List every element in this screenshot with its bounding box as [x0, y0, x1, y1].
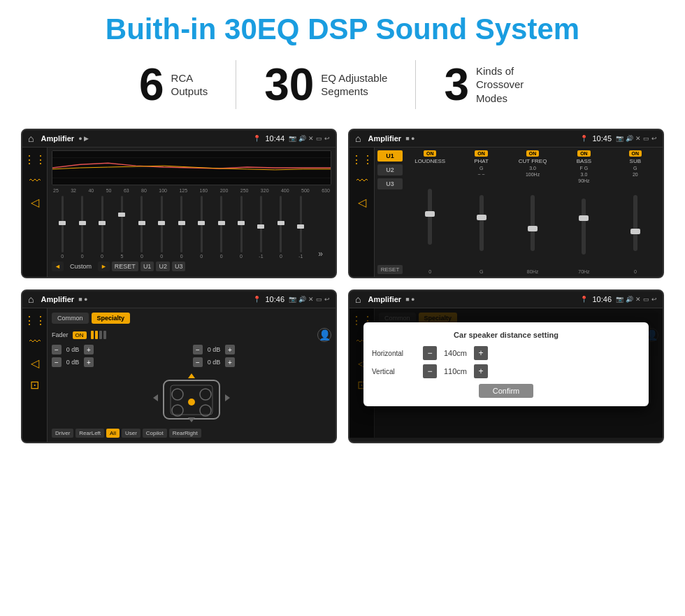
- eq-u2-btn[interactable]: U2: [156, 262, 170, 271]
- btn-all[interactable]: All: [106, 429, 120, 438]
- slider-8[interactable]: 0: [192, 196, 210, 259]
- horizontal-plus-btn[interactable]: +: [474, 346, 488, 360]
- screen-fader: ⌂ Amplifier ■ ● 📍 10:46 📷 🔊 ✕ ▭ ↩ ⋮⋮ 〰 ◁…: [21, 289, 337, 443]
- db2-minus[interactable]: −: [193, 345, 203, 354]
- screen4-dots: ■ ●: [405, 296, 414, 303]
- slider-2[interactable]: 0: [73, 196, 91, 259]
- slider-3[interactable]: 0: [93, 196, 111, 259]
- db1-plus[interactable]: +: [84, 345, 94, 354]
- fader-main: Common Specialty Fader ON 👤: [48, 308, 336, 442]
- slider-5[interactable]: 0: [133, 196, 151, 259]
- db1-minus[interactable]: −: [52, 345, 62, 354]
- db4-minus[interactable]: −: [193, 357, 203, 367]
- slider-7[interactable]: 0: [173, 196, 191, 259]
- slider-6[interactable]: 0: [152, 196, 171, 259]
- loudness-slider[interactable]: [428, 189, 432, 245]
- cutfreq-on[interactable]: ON: [526, 150, 540, 157]
- fader-tabs: Common Specialty: [52, 313, 331, 324]
- slider-4[interactable]: 5: [113, 196, 131, 259]
- cross-reset-btn[interactable]: RESET: [377, 265, 403, 274]
- vertical-plus-btn[interactable]: +: [474, 364, 488, 378]
- vertical-minus-btn[interactable]: −: [423, 364, 437, 378]
- screen3-dots: ■ ●: [78, 296, 87, 303]
- slider-10[interactable]: 0: [232, 196, 250, 259]
- tab-common[interactable]: Common: [52, 313, 89, 324]
- db4-plus[interactable]: +: [225, 357, 235, 367]
- home-icon-2[interactable]: ⌂: [355, 133, 361, 144]
- btn-rear-right[interactable]: RearRight: [169, 429, 201, 438]
- screen3-time: 10:46: [265, 295, 284, 303]
- dialog-vertical-row: Vertical − 110cm +: [372, 364, 640, 378]
- stat-crossover-label: Kinds ofCrossover Modes: [476, 64, 546, 106]
- loudness-on[interactable]: ON: [424, 150, 437, 157]
- btn-driver[interactable]: Driver: [52, 429, 73, 438]
- eq-prev-btn[interactable]: ◄: [52, 262, 64, 271]
- db-control-4: − 0 dB +: [193, 357, 331, 367]
- home-icon-4[interactable]: ⌂: [355, 294, 361, 305]
- fader-bar-4: [103, 331, 106, 339]
- cross-u1-btn[interactable]: U1: [377, 150, 403, 162]
- db2-plus[interactable]: +: [225, 345, 235, 354]
- volume-left-icon-3[interactable]: ◁: [31, 357, 39, 370]
- loudness-label: LOUDNESS: [414, 158, 445, 164]
- tab-specialty[interactable]: Specialty: [92, 313, 131, 324]
- slider-12[interactable]: 0: [272, 196, 290, 259]
- sub-on[interactable]: ON: [629, 150, 642, 157]
- svg-marker-12: [188, 417, 195, 422]
- cutfreq-slider[interactable]: [531, 195, 535, 251]
- eq-reset-btn[interactable]: RESET: [112, 262, 138, 271]
- wave-icon-3[interactable]: 〰: [29, 336, 41, 348]
- expand-icon[interactable]: »: [311, 196, 329, 259]
- slider-13[interactable]: -1: [291, 196, 310, 259]
- user-profile-icon[interactable]: 👤: [317, 328, 331, 342]
- eq-icon[interactable]: ⋮⋮: [24, 153, 46, 166]
- window-icon-4: ▭: [643, 296, 649, 303]
- db3-plus[interactable]: +: [84, 357, 94, 367]
- volume-left-icon[interactable]: ◁: [31, 196, 39, 209]
- expand-icon-3[interactable]: ⊡: [30, 378, 39, 392]
- home-icon-3[interactable]: ⌂: [28, 294, 34, 305]
- volume-icon-1: 🔊: [298, 135, 306, 142]
- screen4-content: ⋮⋮ 〰 ◁ ⊡ Common Specialty Fader ON: [349, 308, 663, 438]
- dialog-horizontal-row: Horizontal − 140cm +: [372, 346, 640, 360]
- wave-icon-2[interactable]: 〰: [356, 175, 368, 187]
- phat-on[interactable]: ON: [475, 150, 488, 157]
- phat-label: PHAT: [474, 158, 489, 164]
- db2-value: 0 dB: [204, 346, 224, 353]
- horizontal-minus-btn[interactable]: −: [423, 346, 437, 360]
- slider-11[interactable]: -1: [252, 196, 270, 259]
- horizontal-control: − 140cm +: [423, 346, 488, 360]
- eq-icon-3[interactable]: ⋮⋮: [24, 314, 46, 327]
- cross-u3-btn[interactable]: U3: [377, 178, 403, 189]
- stat-crossover: 3 Kinds ofCrossover Modes: [416, 62, 574, 107]
- sub-slider[interactable]: [633, 195, 637, 251]
- btn-rear-left[interactable]: RearLeft: [75, 429, 104, 438]
- eq-u1-btn[interactable]: U1: [140, 262, 154, 271]
- camera-icon-3: 📷: [289, 296, 296, 303]
- btn-copilot[interactable]: Copilot: [143, 429, 167, 438]
- wave-icon[interactable]: 〰: [29, 175, 41, 187]
- vertical-value: 110cm: [440, 367, 471, 375]
- back-icon-2[interactable]: ↩: [651, 135, 657, 142]
- back-icon-3[interactable]: ↩: [324, 296, 330, 303]
- home-icon-1[interactable]: ⌂: [28, 133, 34, 144]
- fader-bottom-buttons: Driver RearLeft All User Copilot RearRig…: [52, 429, 331, 438]
- db3-minus[interactable]: −: [52, 357, 62, 367]
- btn-user[interactable]: User: [122, 429, 140, 438]
- close-icon-3: ✕: [308, 296, 314, 303]
- bass-on[interactable]: ON: [577, 150, 591, 157]
- back-icon-4[interactable]: ↩: [651, 296, 657, 303]
- cross-u2-btn[interactable]: U2: [377, 164, 403, 176]
- slider-9[interactable]: 0: [212, 196, 230, 259]
- slider-1[interactable]: 0: [53, 196, 71, 259]
- eq-graph: [52, 150, 331, 185]
- eq-icon-2[interactable]: ⋮⋮: [351, 153, 373, 166]
- eq-u3-btn[interactable]: U3: [172, 262, 186, 271]
- confirm-button[interactable]: Confirm: [479, 384, 534, 398]
- cutfreq-value: 80Hz: [527, 269, 538, 274]
- bass-slider[interactable]: [582, 199, 586, 255]
- back-icon-1[interactable]: ↩: [324, 135, 330, 142]
- phat-slider[interactable]: [480, 195, 484, 251]
- eq-next-btn[interactable]: ►: [98, 262, 110, 271]
- volume-left-icon-2[interactable]: ◁: [358, 196, 366, 209]
